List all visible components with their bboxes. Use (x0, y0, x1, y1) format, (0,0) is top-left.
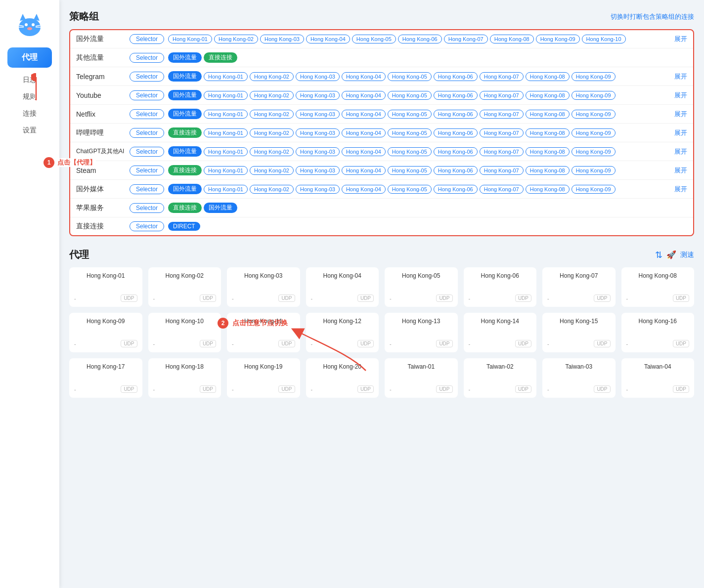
rocket-icon[interactable]: 🚀 (666, 250, 676, 259)
proxy-card-hk13[interactable]: Hong Kong-13 -UDP (385, 313, 458, 352)
proxy-card-tw02[interactable]: Taiwan-02 -UDP (464, 358, 537, 398)
tag-tg-hk06[interactable]: Hong Kong-06 (434, 72, 478, 81)
tag-gpt-hk02[interactable]: Hong Kong-02 (250, 147, 294, 156)
tag-nf-hk03[interactable]: Hong Kong-03 (296, 110, 340, 119)
tag-gpt-hk06[interactable]: Hong Kong-06 (434, 147, 478, 156)
tag-steam-hk09[interactable]: Hong Kong-09 (572, 166, 616, 175)
proxy-card-hk05[interactable]: Hong Kong-05 -UDP (385, 267, 458, 307)
expand-foreign[interactable]: 展开 (674, 35, 687, 43)
selector-btn-youtube[interactable]: Selector (130, 90, 164, 100)
tag-steam-hk08[interactable]: Hong Kong-08 (526, 166, 570, 175)
tag-bili-direct[interactable]: 直接连接 (168, 127, 202, 138)
tag-steam-hk04[interactable]: Hong Kong-04 (342, 166, 386, 175)
proxy-card-tw03[interactable]: Taiwan-03 -UDP (542, 358, 616, 398)
tag-bili-hk08[interactable]: Hong Kong-08 (526, 128, 570, 137)
tag-direct-label[interactable]: DIRECT (168, 222, 200, 231)
tag-nf-hk02[interactable]: Hong Kong-02 (250, 110, 294, 119)
expand-steam[interactable]: 展开 (674, 166, 687, 175)
tag-bili-hk09[interactable]: Hong Kong-09 (572, 128, 616, 137)
tag-bili-hk03[interactable]: Hong Kong-03 (296, 128, 340, 137)
tag-nf-hk08[interactable]: Hong Kong-08 (526, 110, 570, 119)
tag-media-hk04[interactable]: Hong Kong-04 (342, 185, 386, 194)
tag-yt-hk05[interactable]: Hong Kong-05 (388, 91, 432, 100)
tag-gpt-hk03[interactable]: Hong Kong-03 (296, 147, 340, 156)
proxy-card-hk01[interactable]: Hong Kong-01 - UDP (69, 267, 142, 307)
proxy-card-hk19[interactable]: Hong Kong-19 -UDP (227, 358, 300, 398)
tag-steam-hk01[interactable]: Hong Kong-01 (204, 166, 248, 175)
expand-netflix[interactable]: 展开 (674, 110, 687, 119)
tag-nf-hk06[interactable]: Hong Kong-06 (434, 110, 478, 119)
expand-telegram[interactable]: 展开 (674, 72, 687, 81)
tag-tg-hk05[interactable]: Hong Kong-05 (388, 72, 432, 81)
proxy-card-hk08[interactable]: Hong Kong-08 -UDP (621, 267, 695, 307)
tag-yt-hk08[interactable]: Hong Kong-08 (526, 91, 570, 100)
sidebar-item-rules[interactable]: 规则 (0, 88, 59, 105)
sidebar-item-connections[interactable]: 连接 (0, 105, 59, 122)
tag-bili-hk06[interactable]: Hong Kong-06 (434, 128, 478, 137)
tag-gpt-hk08[interactable]: Hong Kong-08 (526, 147, 570, 156)
tag-nf-foreign[interactable]: 国外流量 (168, 109, 202, 119)
tag-hk06[interactable]: Hong Kong-06 (398, 35, 442, 43)
sort-icon[interactable]: ⇅ (655, 250, 662, 260)
tag-hk04[interactable]: Hong Kong-04 (306, 35, 350, 43)
tag-yt-hk09[interactable]: Hong Kong-09 (572, 91, 616, 100)
tag-bili-hk07[interactable]: Hong Kong-07 (480, 128, 524, 137)
selector-btn-chatgpt[interactable]: Selector (130, 147, 164, 157)
tag-hk10[interactable]: Hong Kong-10 (582, 35, 626, 43)
tag-tg-hk04[interactable]: Hong Kong-04 (342, 72, 386, 81)
tag-nf-hk01[interactable]: Hong Kong-01 (204, 110, 248, 119)
tag-yt-hk02[interactable]: Hong Kong-02 (250, 91, 294, 100)
selector-btn-foreign[interactable]: Selector (130, 34, 164, 44)
proxy-card-tw01[interactable]: Taiwan-01 -UDP (385, 358, 458, 398)
tag-media-hk01[interactable]: Hong Kong-01 (204, 185, 248, 194)
proxy-card-hk10[interactable]: Hong Kong-10 -UDP (148, 313, 221, 352)
tag-tg-hk09[interactable]: Hong Kong-09 (572, 72, 616, 81)
tag-yt-hk03[interactable]: Hong Kong-03 (296, 91, 340, 100)
proxy-card-hk02[interactable]: Hong Kong-02 -UDP (148, 267, 221, 307)
selector-btn-telegram[interactable]: Selector (130, 72, 164, 82)
expand-bilibili[interactable]: 展开 (674, 128, 687, 137)
tag-media-hk03[interactable]: Hong Kong-03 (296, 185, 340, 194)
tag-hk05[interactable]: Hong Kong-05 (352, 35, 396, 43)
tag-nf-hk05[interactable]: Hong Kong-05 (388, 110, 432, 119)
selector-btn-other[interactable]: Selector (130, 53, 164, 63)
proxy-card-hk17[interactable]: Hong Kong-17 -UDP (69, 358, 142, 398)
tag-gpt-hk05[interactable]: Hong Kong-05 (388, 147, 432, 156)
proxy-card-hk14[interactable]: Hong Kong-14 -UDP (464, 313, 537, 352)
proxy-nav-button[interactable]: 代理 (7, 47, 52, 68)
tag-direct[interactable]: 直接连接 (204, 52, 237, 63)
speed-test-label[interactable]: 测速 (680, 251, 694, 259)
tag-gpt-hk09[interactable]: Hong Kong-09 (572, 147, 616, 156)
expand-intl-media[interactable]: 展开 (674, 185, 687, 194)
tag-hk02[interactable]: Hong Kong-02 (214, 35, 258, 43)
tag-media-hk08[interactable]: Hong Kong-08 (526, 185, 570, 194)
tag-yt-hk06[interactable]: Hong Kong-06 (434, 91, 478, 100)
tag-nf-hk07[interactable]: Hong Kong-07 (480, 110, 524, 119)
tag-tg-hk08[interactable]: Hong Kong-08 (526, 72, 570, 81)
tag-steam-hk06[interactable]: Hong Kong-06 (434, 166, 478, 175)
tag-gpt-hk01[interactable]: Hong Kong-01 (204, 147, 248, 156)
tag-bili-hk05[interactable]: Hong Kong-05 (388, 128, 432, 137)
tag-foreign[interactable]: 国外流量 (168, 52, 202, 63)
sidebar-item-log[interactable]: 日志 (0, 72, 59, 88)
proxy-card-hk15[interactable]: Hong Kong-15 -UDP (542, 313, 616, 352)
tag-nf-hk09[interactable]: Hong Kong-09 (572, 110, 616, 119)
tag-tg-hk03[interactable]: Hong Kong-03 (296, 72, 340, 81)
tag-hk01[interactable]: Hong Kong-01 (168, 35, 212, 43)
selector-btn-direct[interactable]: Selector (130, 221, 164, 231)
proxy-card-hk03[interactable]: Hong Kong-03 -UDP (227, 267, 300, 307)
tag-hk07[interactable]: Hong Kong-07 (444, 35, 488, 43)
proxy-card-hk04[interactable]: Hong Kong-04 -UDP (306, 267, 379, 307)
sidebar-item-settings[interactable]: 设置 (0, 122, 59, 139)
proxy-card-hk07[interactable]: Hong Kong-07 -UDP (542, 267, 616, 307)
expand-youtube[interactable]: 展开 (674, 91, 687, 100)
tag-bili-hk01[interactable]: Hong Kong-01 (204, 128, 248, 137)
selector-btn-intl-media[interactable]: Selector (130, 184, 164, 194)
tag-yt-hk01[interactable]: Hong Kong-01 (204, 91, 248, 100)
tag-gpt-hk07[interactable]: Hong Kong-07 (480, 147, 524, 156)
tag-steam-hk03[interactable]: Hong Kong-03 (296, 166, 340, 175)
tag-media-hk05[interactable]: Hong Kong-05 (388, 185, 432, 194)
tag-steam-hk07[interactable]: Hong Kong-07 (480, 166, 524, 175)
tag-nf-hk04[interactable]: Hong Kong-04 (342, 110, 386, 119)
strategy-link[interactable]: 切换时打断包含策略组的连接 (611, 12, 694, 21)
